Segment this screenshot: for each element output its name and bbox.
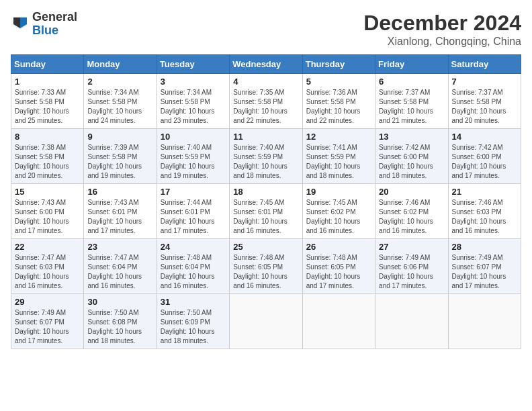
day-info: Sunrise: 7:50 AM Sunset: 6:08 PM Dayligh… — [87, 308, 152, 346]
calendar-day-cell: 18Sunrise: 7:45 AM Sunset: 6:01 PM Dayli… — [230, 184, 302, 239]
calendar-day-cell: 13Sunrise: 7:42 AM Sunset: 6:00 PM Dayli… — [375, 129, 448, 184]
calendar-day-cell: 14Sunrise: 7:42 AM Sunset: 6:00 PM Dayli… — [448, 129, 521, 184]
day-number: 18 — [233, 187, 298, 197]
day-info: Sunrise: 7:47 AM Sunset: 6:04 PM Dayligh… — [87, 253, 152, 291]
day-info: Sunrise: 7:41 AM Sunset: 5:59 PM Dayligh… — [306, 143, 371, 181]
month-title: December 2024 — [363, 11, 521, 36]
logo-general: General — [32, 10, 77, 24]
calendar-day-cell: 17Sunrise: 7:44 AM Sunset: 6:01 PM Dayli… — [157, 184, 229, 239]
day-info: Sunrise: 7:44 AM Sunset: 6:01 PM Dayligh… — [161, 198, 226, 236]
day-number: 23 — [87, 242, 152, 252]
calendar-header: SundayMondayTuesdayWednesdayThursdayFrid… — [11, 55, 521, 74]
title-block: December 2024 Xianlong, Chongqing, China — [363, 11, 521, 48]
day-number: 17 — [161, 187, 226, 197]
weekday-header: Thursday — [302, 55, 375, 74]
calendar-day-cell: 23Sunrise: 7:47 AM Sunset: 6:04 PM Dayli… — [84, 239, 157, 294]
day-info: Sunrise: 7:34 AM Sunset: 5:58 PM Dayligh… — [161, 88, 226, 126]
weekday-header: Wednesday — [230, 55, 302, 74]
weekday-header: Friday — [375, 55, 448, 74]
calendar-day-cell: 30Sunrise: 7:50 AM Sunset: 6:08 PM Dayli… — [84, 294, 157, 349]
logo-icon — [11, 15, 30, 34]
calendar-day-cell: 12Sunrise: 7:41 AM Sunset: 5:59 PM Dayli… — [302, 129, 375, 184]
day-number: 2 — [87, 77, 152, 87]
day-number: 19 — [306, 187, 371, 197]
day-number: 27 — [379, 242, 444, 252]
calendar-day-cell: 24Sunrise: 7:48 AM Sunset: 6:04 PM Dayli… — [157, 239, 229, 294]
day-number: 15 — [15, 187, 80, 197]
calendar-body: 1Sunrise: 7:33 AM Sunset: 5:58 PM Daylig… — [11, 74, 521, 349]
day-number: 24 — [161, 242, 226, 252]
weekday-header: Sunday — [11, 55, 84, 74]
day-number: 28 — [452, 242, 517, 252]
day-info: Sunrise: 7:43 AM Sunset: 6:00 PM Dayligh… — [15, 198, 80, 236]
day-number: 25 — [233, 242, 298, 252]
calendar-day-cell — [302, 294, 375, 349]
calendar-week-row: 15Sunrise: 7:43 AM Sunset: 6:00 PM Dayli… — [11, 184, 521, 239]
day-info: Sunrise: 7:47 AM Sunset: 6:03 PM Dayligh… — [15, 253, 80, 291]
calendar-day-cell: 10Sunrise: 7:40 AM Sunset: 5:59 PM Dayli… — [157, 129, 229, 184]
calendar-week-row: 1Sunrise: 7:33 AM Sunset: 5:58 PM Daylig… — [11, 74, 521, 129]
calendar-day-cell: 11Sunrise: 7:40 AM Sunset: 5:59 PM Dayli… — [230, 129, 302, 184]
calendar-day-cell: 1Sunrise: 7:33 AM Sunset: 5:58 PM Daylig… — [11, 74, 84, 129]
day-info: Sunrise: 7:45 AM Sunset: 6:01 PM Dayligh… — [233, 198, 298, 236]
day-number: 6 — [379, 77, 444, 87]
day-number: 26 — [306, 242, 371, 252]
calendar-day-cell: 6Sunrise: 7:37 AM Sunset: 5:58 PM Daylig… — [375, 74, 448, 129]
day-number: 12 — [306, 132, 371, 142]
day-number: 13 — [379, 132, 444, 142]
day-info: Sunrise: 7:45 AM Sunset: 6:02 PM Dayligh… — [306, 198, 371, 236]
calendar-day-cell: 31Sunrise: 7:50 AM Sunset: 6:09 PM Dayli… — [157, 294, 229, 349]
calendar-day-cell: 29Sunrise: 7:49 AM Sunset: 6:07 PM Dayli… — [11, 294, 84, 349]
logo-blue: Blue — [32, 24, 58, 37]
day-number: 10 — [161, 132, 226, 142]
day-number: 11 — [233, 132, 298, 142]
calendar-day-cell: 22Sunrise: 7:47 AM Sunset: 6:03 PM Dayli… — [11, 239, 84, 294]
calendar-day-cell: 2Sunrise: 7:34 AM Sunset: 5:58 PM Daylig… — [84, 74, 157, 129]
day-number: 4 — [233, 77, 298, 87]
day-info: Sunrise: 7:36 AM Sunset: 5:58 PM Dayligh… — [306, 88, 371, 126]
calendar-day-cell: 20Sunrise: 7:46 AM Sunset: 6:02 PM Dayli… — [375, 184, 448, 239]
day-info: Sunrise: 7:48 AM Sunset: 6:05 PM Dayligh… — [233, 253, 298, 291]
calendar-day-cell — [375, 294, 448, 349]
calendar-day-cell: 8Sunrise: 7:38 AM Sunset: 5:58 PM Daylig… — [11, 129, 84, 184]
day-number: 30 — [87, 297, 152, 307]
calendar-day-cell: 27Sunrise: 7:49 AM Sunset: 6:06 PM Dayli… — [375, 239, 448, 294]
calendar-day-cell: 26Sunrise: 7:48 AM Sunset: 6:05 PM Dayli… — [302, 239, 375, 294]
day-number: 21 — [452, 187, 517, 197]
calendar-day-cell: 4Sunrise: 7:35 AM Sunset: 5:58 PM Daylig… — [230, 74, 302, 129]
day-info: Sunrise: 7:37 AM Sunset: 5:58 PM Dayligh… — [379, 88, 444, 126]
weekday-row: SundayMondayTuesdayWednesdayThursdayFrid… — [11, 55, 521, 74]
day-info: Sunrise: 7:34 AM Sunset: 5:58 PM Dayligh… — [87, 88, 152, 126]
calendar-day-cell: 7Sunrise: 7:37 AM Sunset: 5:58 PM Daylig… — [448, 74, 521, 129]
day-info: Sunrise: 7:42 AM Sunset: 6:00 PM Dayligh… — [452, 143, 517, 181]
day-info: Sunrise: 7:40 AM Sunset: 5:59 PM Dayligh… — [161, 143, 226, 181]
logo-text: General Blue — [32, 11, 77, 38]
day-info: Sunrise: 7:39 AM Sunset: 5:58 PM Dayligh… — [87, 143, 152, 181]
day-number: 3 — [161, 77, 226, 87]
day-number: 16 — [87, 187, 152, 197]
calendar-day-cell: 16Sunrise: 7:43 AM Sunset: 6:01 PM Dayli… — [84, 184, 157, 239]
page-header: General Blue December 2024 Xianlong, Cho… — [11, 11, 521, 48]
calendar-day-cell: 5Sunrise: 7:36 AM Sunset: 5:58 PM Daylig… — [302, 74, 375, 129]
day-number: 8 — [15, 132, 80, 142]
calendar-day-cell: 19Sunrise: 7:45 AM Sunset: 6:02 PM Dayli… — [302, 184, 375, 239]
day-info: Sunrise: 7:33 AM Sunset: 5:58 PM Dayligh… — [15, 88, 80, 126]
day-info: Sunrise: 7:49 AM Sunset: 6:07 PM Dayligh… — [452, 253, 517, 291]
day-info: Sunrise: 7:42 AM Sunset: 6:00 PM Dayligh… — [379, 143, 444, 181]
day-number: 31 — [161, 297, 226, 307]
location-title: Xianlong, Chongqing, China — [363, 36, 521, 48]
calendar-table: SundayMondayTuesdayWednesdayThursdayFrid… — [11, 54, 521, 349]
calendar-day-cell — [230, 294, 302, 349]
day-number: 5 — [306, 77, 371, 87]
day-info: Sunrise: 7:38 AM Sunset: 5:58 PM Dayligh… — [15, 143, 80, 181]
calendar-day-cell: 25Sunrise: 7:48 AM Sunset: 6:05 PM Dayli… — [230, 239, 302, 294]
day-info: Sunrise: 7:35 AM Sunset: 5:58 PM Dayligh… — [233, 88, 298, 126]
day-info: Sunrise: 7:49 AM Sunset: 6:07 PM Dayligh… — [15, 308, 80, 346]
day-info: Sunrise: 7:48 AM Sunset: 6:05 PM Dayligh… — [306, 253, 371, 291]
day-number: 1 — [15, 77, 80, 87]
calendar-week-row: 22Sunrise: 7:47 AM Sunset: 6:03 PM Dayli… — [11, 239, 521, 294]
day-number: 22 — [15, 242, 80, 252]
day-info: Sunrise: 7:46 AM Sunset: 6:02 PM Dayligh… — [379, 198, 444, 236]
day-number: 14 — [452, 132, 517, 142]
calendar-day-cell: 28Sunrise: 7:49 AM Sunset: 6:07 PM Dayli… — [448, 239, 521, 294]
